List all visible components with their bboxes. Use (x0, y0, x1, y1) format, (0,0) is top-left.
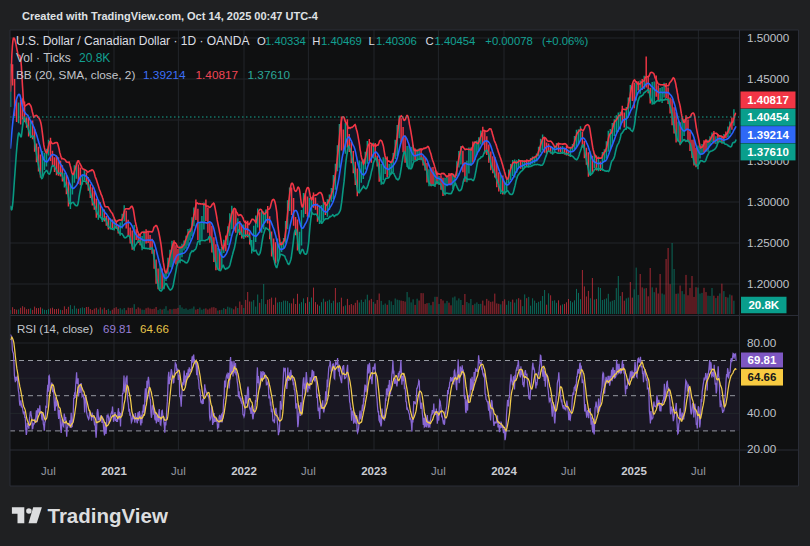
svg-text:1.39214: 1.39214 (747, 129, 789, 141)
svg-text:2024: 2024 (491, 465, 517, 477)
svg-text:1.37610: 1.37610 (747, 146, 789, 158)
svg-text:1.40817: 1.40817 (747, 94, 789, 106)
svg-text:2021: 2021 (101, 465, 127, 477)
svg-text:69.81: 69.81 (748, 354, 777, 366)
svg-text:2023: 2023 (361, 465, 387, 477)
svg-text:TradingView: TradingView (48, 504, 168, 527)
svg-text:20.00: 20.00 (747, 442, 777, 455)
svg-text:BB (20, SMA, close, 2): BB (20, SMA, close, 2) (16, 68, 135, 82)
svg-text:64.66: 64.66 (748, 371, 777, 383)
svg-text:1.40454: 1.40454 (747, 111, 789, 123)
svg-text:1.30000: 1.30000 (747, 195, 790, 208)
svg-text:U.S. Dollar / Canadian Dollar: U.S. Dollar / Canadian Dollar · 1D · OAN… (16, 34, 249, 48)
svg-text:Jul: Jul (691, 465, 706, 477)
svg-text:2025: 2025 (621, 465, 647, 477)
svg-text:20.8K: 20.8K (748, 299, 779, 311)
svg-text:20.8K: 20.8K (79, 51, 110, 65)
svg-text:1.45000: 1.45000 (747, 72, 790, 85)
svg-text:Created with TradingView.com,: Created with TradingView.com, Oct 14, 20… (22, 10, 319, 22)
svg-text:Jul: Jul (301, 465, 316, 477)
svg-text:2022: 2022 (231, 465, 257, 477)
svg-text:Jul: Jul (41, 465, 56, 477)
svg-text:1.392141.408171.37610: 1.392141.408171.37610 (143, 68, 291, 82)
svg-text:Jul: Jul (171, 465, 186, 477)
svg-text:Jul: Jul (561, 465, 576, 477)
svg-text:1.50000: 1.50000 (747, 31, 790, 44)
svg-text:80.00: 80.00 (747, 336, 777, 349)
svg-text:40.00: 40.00 (747, 406, 777, 419)
svg-text:RSI (14, close): RSI (14, close) (17, 323, 93, 335)
svg-text:1.20000: 1.20000 (747, 277, 790, 290)
svg-text:Vol · Ticks: Vol · Ticks (16, 51, 71, 65)
svg-text:1.25000: 1.25000 (747, 236, 790, 249)
svg-text:Jul: Jul (431, 465, 446, 477)
